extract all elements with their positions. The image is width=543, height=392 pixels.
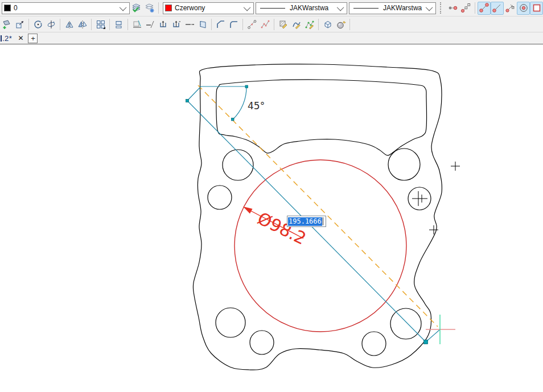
array-icon[interactable] — [94, 18, 107, 31]
fillet-icon[interactable] — [227, 18, 240, 31]
document-tab-bar: .2* ✕ + — [0, 32, 543, 44]
grip-endpoint-pair-icon[interactable] — [446, 2, 459, 15]
chevron-down-icon — [426, 3, 433, 11]
grip-line-no-ends-icon[interactable] — [504, 2, 517, 15]
tab-label: .2* — [2, 34, 12, 43]
point-markers[interactable] — [429, 162, 460, 234]
toolbar-separator — [158, 2, 159, 14]
properties-toolbar: 0 Czerwony JAKWarstwa JAKWarstwa — [0, 0, 543, 16]
layer-states-icon[interactable] — [143, 2, 156, 15]
edit-multiline-icon[interactable] — [258, 18, 272, 31]
dynamic-input-value: 195.1666 — [288, 217, 322, 226]
angle-measurement[interactable] — [187, 86, 439, 342]
grip-line-one-end-icon[interactable] — [491, 2, 504, 15]
angle-dim-text[interactable]: 45° — [248, 100, 265, 112]
bore-circle[interactable] — [235, 160, 406, 332]
grip-square-icon[interactable] — [530, 2, 543, 15]
toolbar-separator — [28, 19, 29, 30]
lineweight-preview — [353, 8, 379, 9]
toolbar-separator — [242, 19, 243, 30]
grip-circle-center-icon[interactable] — [517, 2, 530, 15]
solids-3d-icon[interactable] — [321, 18, 334, 31]
lengthen-icon[interactable] — [183, 18, 196, 31]
lineweight-combo[interactable]: JAKWarstwa — [349, 2, 436, 14]
lineweight-combo-value: JAKWarstwa — [383, 4, 424, 12]
toolbar-separator — [475, 2, 475, 14]
toolbar-drag-grip[interactable] — [440, 2, 443, 14]
drawing-canvas[interactable]: 45° Ø98.2 — [0, 44, 543, 392]
toolbar-separator — [127, 19, 128, 30]
toolbar-separator — [91, 19, 92, 30]
chevron-down-icon — [120, 3, 127, 11]
chevron-down-icon — [337, 3, 344, 11]
toolbar-separator — [109, 19, 110, 30]
linetype-combo-value: JAKWarstwa — [290, 4, 335, 12]
text-caret — [323, 217, 323, 225]
bolt-holes[interactable] — [208, 148, 431, 356]
construction-line — [198, 85, 438, 327]
toolbar-separator — [211, 19, 212, 30]
layer-combo[interactable]: 0 — [2, 2, 130, 14]
drawing: 45° Ø98.2 — [0, 44, 543, 392]
toolbar-separator — [318, 19, 319, 30]
break-icon[interactable] — [157, 18, 170, 31]
grip-segment-points-icon[interactable] — [459, 2, 472, 15]
break-at-point-icon[interactable] — [170, 18, 183, 31]
edit-spline-icon[interactable] — [303, 18, 316, 31]
scale-icon[interactable] — [13, 18, 26, 31]
gasket-top-slot[interactable] — [216, 80, 427, 155]
color-combo-value: Czerwony — [175, 4, 242, 12]
mirror-icon[interactable] — [63, 18, 76, 31]
extend-icon[interactable] — [143, 18, 157, 31]
mirror-3d-icon[interactable] — [76, 18, 89, 31]
layer-combo-value: 0 — [14, 4, 118, 12]
clipped-character — [1, 35, 2, 42]
chevron-down-icon — [244, 3, 251, 11]
edit-polyline-icon[interactable] — [290, 18, 303, 31]
color-combo[interactable]: Czerwony — [163, 2, 254, 14]
toolbar-separator — [349, 19, 350, 30]
dynamic-input-box[interactable]: 195.1666 — [287, 216, 326, 227]
layer-properties-icon[interactable] — [130, 2, 143, 15]
rotate-3d-icon[interactable] — [44, 18, 57, 31]
diameter-dim-text: Ø98.2 — [254, 208, 310, 249]
trim-icon[interactable] — [130, 18, 143, 31]
edit-hatch-icon[interactable] — [277, 18, 290, 31]
color-swatch — [165, 5, 172, 11]
chamfer-icon[interactable] — [214, 18, 227, 31]
insert-icon[interactable] — [0, 18, 13, 31]
rotate-icon[interactable] — [31, 18, 44, 31]
toolbar-separator — [60, 19, 60, 30]
toolbar-separator — [274, 19, 274, 30]
diameter-dimension[interactable]: Ø98.2 — [243, 207, 310, 249]
offset-icon[interactable] — [112, 18, 125, 31]
edit-dimension-icon[interactable] — [245, 18, 258, 31]
explode-icon[interactable] — [334, 18, 347, 31]
linetype-preview — [260, 8, 285, 9]
modify-toolbar — [0, 16, 543, 32]
center-mark — [412, 191, 427, 206]
linetype-combo[interactable]: JAKWarstwa — [256, 2, 347, 14]
tab-close-icon[interactable]: ✕ — [18, 34, 23, 42]
application-window: 0 Czerwony JAKWarstwa JAKWarstwa — [0, 0, 543, 392]
grip-line-both-ends-icon[interactable] — [478, 2, 491, 15]
stretch-icon[interactable] — [196, 18, 209, 31]
grip-points[interactable] — [186, 85, 428, 344]
layer-color-swatch — [4, 5, 11, 11]
tab-document[interactable]: .2* ✕ — [0, 34, 28, 43]
new-tab-button[interactable]: + — [28, 34, 38, 43]
